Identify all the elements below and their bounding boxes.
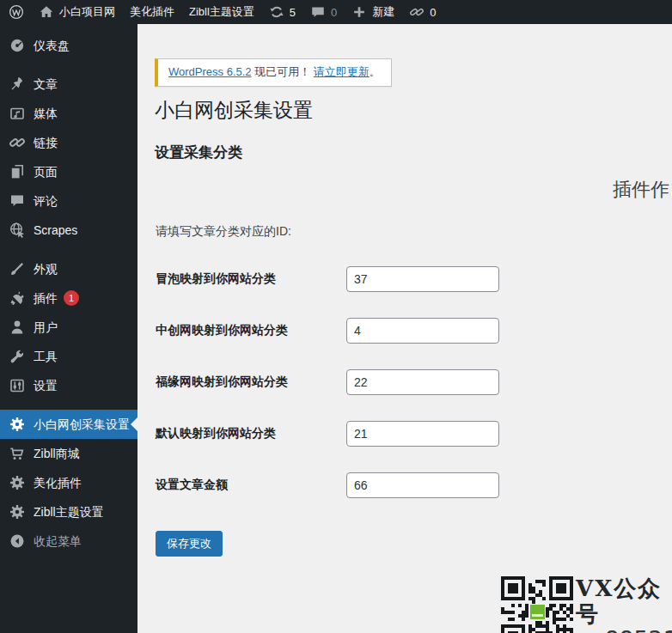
- menu-separator: [0, 60, 137, 70]
- sidebar-item-comments[interactable]: 评论: [0, 186, 137, 216]
- chain-link-icon: [409, 4, 425, 20]
- form-row: 默认映射到你网站分类: [156, 421, 499, 447]
- gear-icon: [9, 416, 26, 433]
- sidebar-item-plugins[interactable]: 插件 1: [0, 283, 137, 313]
- topbar-item-beautify-plugin[interactable]: 美化插件: [130, 4, 174, 20]
- new-label: 新建: [372, 4, 394, 20]
- site-name: 小白项目网: [59, 4, 115, 20]
- comment-count: 0: [331, 6, 337, 19]
- menu-separator: [0, 400, 137, 410]
- globe-cursor-icon: [9, 222, 26, 239]
- sidebar-item-zibll-theme-settings[interactable]: Zibll主题设置: [0, 497, 137, 526]
- pages-icon: [9, 163, 26, 180]
- sidebar-item-dashboard[interactable]: 仪表盘: [0, 31, 137, 60]
- wordpress-logo-menu[interactable]: [9, 4, 24, 20]
- sidebar-item-zibll-shop[interactable]: Zibll商城: [0, 439, 137, 468]
- plugin-icon: [9, 289, 26, 307]
- sidebar-item-links[interactable]: 链接: [0, 128, 137, 157]
- home-icon: [39, 4, 54, 20]
- sidebar-item-scrapes[interactable]: Scrapes: [0, 216, 137, 245]
- watermark-line2: cn88531: [576, 628, 672, 633]
- section-title: 设置采集分类: [155, 143, 242, 162]
- sidebar-item-settings[interactable]: 设置: [0, 371, 137, 400]
- sliders-icon: [9, 377, 26, 394]
- sidebar: 仪表盘 文章 媒体: [0, 24, 137, 633]
- admin-bar: 小白项目网 美化插件 Zibll主题设置 5 0: [0, 0, 672, 24]
- form-row: 冒泡映射到你网站分类: [156, 266, 499, 292]
- watermark: VX公众号 cn88531: [501, 576, 672, 633]
- user-icon: [9, 319, 26, 336]
- links-indicator[interactable]: 0: [409, 4, 436, 20]
- sidebar-item-pages[interactable]: 页面: [0, 157, 137, 186]
- notice-suffix: 。: [370, 65, 381, 78]
- sidebar-item-beautify-plugin[interactable]: 美化插件: [0, 468, 137, 497]
- plugins-update-badge: 1: [64, 290, 79, 306]
- new-content-menu[interactable]: 新建: [351, 4, 394, 20]
- dashboard-icon: [9, 37, 26, 54]
- fuyuan-category-input[interactable]: [346, 369, 499, 395]
- sidebar-item-tools[interactable]: 工具: [0, 342, 137, 371]
- updates-indicator[interactable]: 5: [269, 4, 296, 20]
- form-row: 中创网映射到你网站分类: [156, 318, 499, 344]
- update-now-link[interactable]: 请立即更新: [314, 65, 370, 78]
- article-price-input[interactable]: [346, 472, 499, 498]
- wrench-icon: [9, 348, 26, 365]
- menu-separator: [0, 245, 137, 254]
- wordpress-logo-icon: [9, 4, 24, 20]
- main-content: WordPress 6.5.2 现已可用！ 请立即更新。 小白网创采集设置 设置…: [137, 24, 672, 633]
- update-notice: WordPress 6.5.2 现已可用！ 请立即更新。: [155, 58, 392, 87]
- page-title: 小白网创采集设置: [155, 98, 313, 124]
- pin-icon: [9, 76, 26, 93]
- default-category-input[interactable]: [346, 421, 499, 447]
- sidebar-item-xiaobai-collect-settings[interactable]: 小白网创采集设置: [0, 410, 137, 439]
- watermark-line1: VX公众号: [576, 576, 672, 628]
- site-name-menu[interactable]: 小白项目网: [39, 4, 115, 20]
- sidebar-item-appearance[interactable]: 外观: [0, 254, 137, 283]
- wordpress-version-link[interactable]: WordPress 6.5.2: [168, 65, 252, 78]
- topbar-item-zibll-theme-settings[interactable]: Zibll主题设置: [189, 4, 254, 20]
- qr-code-icon: [501, 576, 573, 633]
- plus-icon: [351, 4, 367, 20]
- plugin-author-text: 插件作: [613, 177, 669, 203]
- zhongchuang-category-input[interactable]: [346, 318, 499, 344]
- media-icon: [9, 105, 26, 122]
- form-row: 福缘网映射到你网站分类: [156, 369, 499, 395]
- collapse-arrow-icon: [9, 533, 26, 550]
- sidebar-item-posts[interactable]: 文章: [0, 70, 137, 99]
- save-changes-button[interactable]: 保存更改: [156, 531, 223, 557]
- update-icon: [269, 4, 284, 20]
- gear-icon: [9, 474, 26, 491]
- default-category-label: 默认映射到你网站分类: [156, 426, 346, 441]
- gear-icon: [9, 503, 26, 520]
- link-count: 0: [430, 6, 436, 19]
- intro-text: 请填写文章分类对应的ID:: [156, 224, 291, 240]
- maopao-category-input[interactable]: [346, 266, 499, 292]
- update-count: 5: [290, 6, 296, 19]
- watermark-text: VX公众号 cn88531: [576, 576, 672, 633]
- comments-indicator[interactable]: 0: [310, 4, 337, 20]
- brush-icon: [9, 260, 26, 277]
- link-icon: [9, 134, 26, 151]
- zhongchuang-category-label: 中创网映射到你网站分类: [156, 323, 346, 338]
- comments-icon: [9, 192, 26, 210]
- sidebar-item-users[interactable]: 用户: [0, 313, 137, 342]
- sidebar-collapse-menu[interactable]: 收起菜单: [0, 526, 137, 556]
- fuyuan-category-label: 福缘网映射到你网站分类: [156, 374, 346, 390]
- sidebar-item-media[interactable]: 媒体: [0, 99, 137, 128]
- notice-text: 现已可用！: [254, 65, 310, 78]
- cart-icon: [9, 445, 26, 462]
- comment-bubble-icon: [310, 4, 326, 20]
- article-price-label: 设置文章金额: [156, 478, 346, 493]
- maopao-category-label: 冒泡映射到你网站分类: [156, 271, 346, 287]
- form-row: 设置文章金额: [156, 472, 499, 498]
